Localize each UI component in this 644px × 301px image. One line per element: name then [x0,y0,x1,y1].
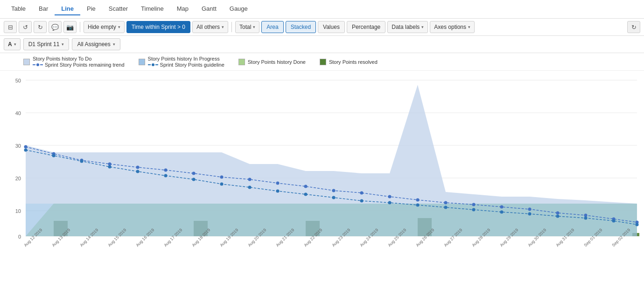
svg-point-54 [556,215,560,218]
chart-svg: 50 40 30 20 10 0 [0,71,644,253]
svg-point-35 [24,149,28,152]
svg-point-21 [276,182,280,185]
svg-point-19 [220,176,224,179]
toolbar-divider-2 [231,22,232,32]
legend-todo: Story Points history To Do Sprint Story … [23,56,125,68]
font-size-arrow: ▾ [14,42,16,47]
main-toolbar: ⊟ ↺ ↻ 💬 📷 Hide empty ▾ Time within Sprin… [0,19,644,36]
svg-point-27 [444,201,448,205]
svg-point-25 [388,195,392,198]
chart-type-timeline[interactable]: Timeline [134,3,170,15]
chart-type-scatter[interactable]: Scatter [102,3,134,15]
svg-point-46 [332,196,336,199]
legend-done: Story Points history Done [238,59,306,65]
area-toggle[interactable]: Area [261,21,283,33]
all-others-arrow: ▾ [222,25,224,29]
stacked-toggle[interactable]: Stacked [286,21,316,33]
chart-type-gantt[interactable]: Gantt [195,3,223,15]
svg-point-23 [332,189,336,192]
chart-type-pie[interactable]: Pie [80,3,102,15]
refresh-button[interactable]: ↻ [627,21,640,33]
legend-inprogress: Story Points history In Progress Sprint … [139,56,224,68]
filters-row: A ▾ D1 Sprint 11 ▾ All Assignees ▾ [0,36,644,53]
chart-legend: Story Points history To Do Sprint Story … [0,53,644,71]
chart-type-bar: Table Bar Line Pie Scatter Timeline Map … [0,0,644,19]
chart-area: 50 40 30 20 10 0 [0,71,644,253]
hide-empty-dropdown[interactable]: Hide empty ▾ [84,21,125,33]
legend-done-box [238,59,245,65]
svg-point-50 [444,206,448,209]
chart-type-map[interactable]: Map [170,3,195,15]
svg-point-15 [108,163,112,166]
svg-point-47 [360,199,364,203]
sprint-filter-arrow: ▾ [62,42,64,47]
time-within-sprint-filter[interactable]: Time within Sprint > 0 [126,21,190,33]
comment-button[interactable]: 💬 [49,21,62,33]
svg-point-52 [500,211,504,214]
svg-point-41 [192,178,196,181]
svg-text:50: 50 [15,78,21,83]
svg-point-39 [136,170,140,173]
redo-button[interactable]: ↻ [34,21,47,33]
font-size-dropdown[interactable]: A ▾ [4,38,21,50]
camera-button[interactable]: 📷 [63,21,77,33]
svg-point-49 [416,204,420,207]
values-toggle[interactable]: Values [318,21,345,33]
svg-text:30: 30 [15,143,21,149]
percentage-toggle[interactable]: Percentage [347,21,385,33]
total-dropdown[interactable]: Total ▾ [235,21,259,33]
chart-type-table[interactable]: Table [5,3,32,15]
svg-text:20: 20 [15,176,21,181]
legend-todo-box [23,59,30,65]
svg-point-18 [192,172,196,175]
assignees-filter-arrow: ▾ [113,42,115,47]
svg-point-12 [24,145,28,149]
svg-point-28 [472,203,476,206]
chart-type-line[interactable]: Line [55,3,80,15]
svg-point-37 [80,160,84,163]
todo-area [26,85,637,204]
svg-point-56 [612,219,616,223]
y-axis: 50 40 30 20 10 0 [15,78,21,239]
chart-type-gauge[interactable]: Gauge [223,3,254,15]
svg-point-48 [388,201,392,205]
collapse-button[interactable]: ⊟ [4,21,17,33]
legend-resolved-box [320,59,326,65]
assignees-filter-dropdown[interactable]: All Assignees ▾ [72,38,120,50]
svg-text:10: 10 [15,208,21,214]
undo-button[interactable]: ↺ [19,21,32,33]
svg-point-16 [136,166,140,169]
svg-point-29 [500,205,504,209]
svg-point-20 [248,178,252,181]
svg-point-17 [164,169,168,172]
svg-point-45 [304,193,308,196]
toolbar-divider-1 [80,22,80,32]
svg-point-40 [164,174,168,178]
svg-point-43 [248,186,252,189]
data-labels-arrow: ▾ [421,25,424,29]
svg-point-42 [220,183,224,186]
svg-point-36 [52,154,56,157]
svg-point-32 [584,214,588,217]
legend-todo-text: Story Points history To Do Sprint Story … [33,56,125,68]
legend-resolved: Story Points resolved [320,59,378,65]
svg-point-30 [528,208,532,211]
chart-type-bar[interactable]: Bar [32,3,55,15]
legend-inprogress-text: Story Points history In Progress Sprint … [148,56,224,68]
data-labels-dropdown[interactable]: Data labels ▾ [387,21,428,33]
svg-point-22 [304,185,308,188]
svg-point-38 [108,165,112,169]
svg-point-53 [528,212,532,216]
svg-point-44 [276,190,280,193]
svg-point-57 [636,223,639,226]
total-arrow: ▾ [253,25,255,29]
svg-point-31 [556,212,560,215]
all-others-dropdown[interactable]: All others ▾ [192,21,228,33]
svg-point-51 [472,208,476,212]
svg-point-24 [360,192,364,195]
axes-options-dropdown[interactable]: Axes options ▾ [430,21,475,33]
svg-text:0: 0 [18,234,21,239]
sprint-filter-dropdown[interactable]: D1 Sprint 11 ▾ [23,38,70,50]
svg-point-26 [416,198,420,202]
svg-text:40: 40 [15,110,21,116]
